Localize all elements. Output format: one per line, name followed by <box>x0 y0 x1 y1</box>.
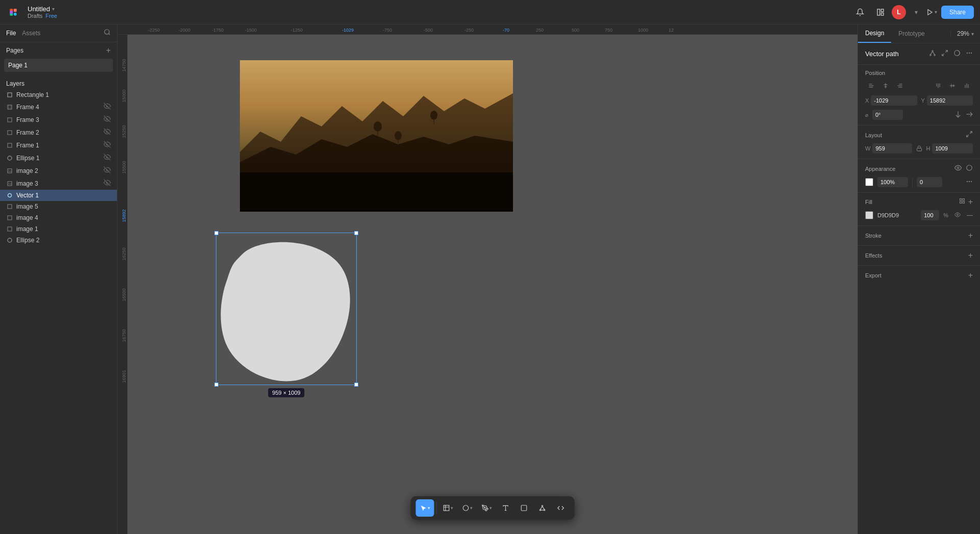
layer-frame2[interactable]: Frame 2 <box>0 126 117 139</box>
tab-assets[interactable]: Assets <box>22 29 40 38</box>
tab-file[interactable]: File <box>6 29 16 38</box>
visibility-icon[interactable] <box>104 166 111 175</box>
canvas-area[interactable]: 959 × 1009 ▾ ▾ <box>128 35 857 534</box>
width-input[interactable] <box>872 143 912 154</box>
layout-toggle-icon[interactable] <box>874 6 887 18</box>
frame-icon <box>6 129 13 136</box>
height-input[interactable] <box>932 143 973 154</box>
tab-design[interactable]: Design <box>858 24 891 43</box>
component-icon[interactable] <box>929 49 936 58</box>
opacity-circle-icon[interactable] <box>966 164 973 173</box>
flip-icons <box>954 111 973 119</box>
visibility-toggle-icon[interactable] <box>954 164 962 173</box>
handle-tr[interactable] <box>354 231 358 235</box>
svg-point-62 <box>395 131 402 140</box>
topbar-icons <box>854 6 887 18</box>
figma-logo[interactable] <box>6 5 20 19</box>
visibility-icon[interactable] <box>104 141 111 149</box>
layer-ellipse2[interactable]: Ellipse 2 <box>0 235 117 246</box>
svg-text:12: 12 <box>669 28 674 33</box>
layer-image3[interactable]: image 3 <box>0 177 117 190</box>
layer-image5[interactable]: image 5 <box>0 201 117 212</box>
layers-header: Layers <box>0 76 117 89</box>
fill-visibility-icon[interactable] <box>954 212 961 219</box>
share-button[interactable]: Share <box>941 6 974 19</box>
app-title[interactable]: Untitled ▾ <box>28 5 57 13</box>
align-right-icon[interactable] <box>894 80 906 91</box>
align-center-h-icon[interactable] <box>879 80 892 91</box>
notification-icon[interactable] <box>854 6 866 18</box>
pen-tool-button[interactable]: ▾ <box>478 499 496 517</box>
layer-frame1[interactable]: Frame 1 <box>0 139 117 151</box>
svg-point-32 <box>8 238 12 242</box>
rect-tool-button[interactable] <box>516 499 533 517</box>
layout-expand-icon[interactable] <box>966 131 973 139</box>
visibility-icon[interactable] <box>104 115 111 124</box>
x-input[interactable] <box>871 95 917 106</box>
svg-text:-250: -250 <box>464 28 474 33</box>
component-tool-button[interactable] <box>534 499 551 517</box>
layer-image1[interactable]: image 1 <box>0 223 117 235</box>
zoom-value: 29% <box>957 30 969 37</box>
opacity-input[interactable] <box>877 177 908 187</box>
text-tool-button[interactable] <box>497 499 514 517</box>
chevron-down-icon[interactable]: ▾ <box>910 6 922 18</box>
handle-tl[interactable] <box>214 231 218 235</box>
play-dropdown[interactable]: ▾ <box>935 9 937 15</box>
layer-ellipse1[interactable]: Ellipse 1 <box>0 151 117 164</box>
layer-vector1[interactable]: Vector 1 <box>0 190 117 201</box>
handle-bl[interactable] <box>214 383 218 387</box>
zoom-control[interactable]: 29% ▾ <box>950 30 980 37</box>
handle-br[interactable] <box>354 383 358 387</box>
search-button[interactable] <box>104 29 111 38</box>
layer-frame4[interactable]: Frame 4 <box>0 100 117 113</box>
fill-grid-icon[interactable] <box>959 198 965 206</box>
select-tool-button[interactable]: ▾ <box>416 499 434 517</box>
chain-lock-icon[interactable] <box>916 143 922 154</box>
flip-v-icon[interactable] <box>966 111 973 119</box>
svg-text:-2250: -2250 <box>148 28 160 33</box>
visibility-icon[interactable] <box>104 128 111 137</box>
fill-add-icon[interactable]: + <box>968 198 973 206</box>
export-title: Export <box>865 272 881 278</box>
corner-radius-input[interactable] <box>917 177 942 187</box>
y-input[interactable] <box>927 95 973 106</box>
page-item-1[interactable]: Page 1 <box>4 59 113 72</box>
layer-frame3[interactable]: Frame 3 <box>0 113 117 126</box>
frame-tool-button[interactable]: ▾ <box>439 499 457 517</box>
tab-prototype[interactable]: Prototype <box>891 25 932 42</box>
fill-remove-icon[interactable]: — <box>967 212 973 219</box>
fill-opacity-input[interactable] <box>921 210 939 220</box>
effects-add-icon[interactable]: + <box>968 251 973 260</box>
layer-rectangle1[interactable]: Rectangle 1 <box>0 89 117 100</box>
code-tool-button[interactable] <box>552 499 570 517</box>
vector-shape-wrapper[interactable]: 959 × 1009 <box>217 234 356 384</box>
ellipse-tool-button[interactable]: ▾ <box>458 499 477 517</box>
frame-icon <box>6 142 13 149</box>
align-center-v-icon[interactable] <box>946 80 959 91</box>
visibility-icon[interactable] <box>104 154 111 162</box>
fill-color-swatch[interactable] <box>865 211 873 219</box>
stroke-add-icon[interactable]: + <box>968 231 973 240</box>
align-row <box>865 80 973 91</box>
visibility-icon[interactable] <box>104 103 111 111</box>
flip-h-icon[interactable] <box>954 111 962 119</box>
more-options-icon[interactable] <box>966 49 973 58</box>
layer-image4[interactable]: image 4 <box>0 212 117 223</box>
resize-icon[interactable] <box>941 49 948 58</box>
align-bottom-icon[interactable] <box>961 80 973 91</box>
rotate-input[interactable] <box>872 110 903 120</box>
image-icon <box>6 203 13 210</box>
align-top-icon[interactable] <box>932 80 944 91</box>
play-button[interactable]: ▾ <box>926 9 937 16</box>
svg-rect-1 <box>14 9 17 12</box>
align-left-icon[interactable] <box>865 80 877 91</box>
svg-rect-64 <box>444 505 449 511</box>
mask-icon[interactable] <box>953 49 961 58</box>
export-add-icon[interactable]: + <box>968 271 973 280</box>
more-options-button[interactable] <box>966 178 973 187</box>
user-avatar[interactable]: L <box>892 5 906 19</box>
add-page-button[interactable]: + <box>106 46 111 55</box>
layer-image2[interactable]: image 2 <box>0 164 117 177</box>
visibility-icon[interactable] <box>104 179 111 188</box>
